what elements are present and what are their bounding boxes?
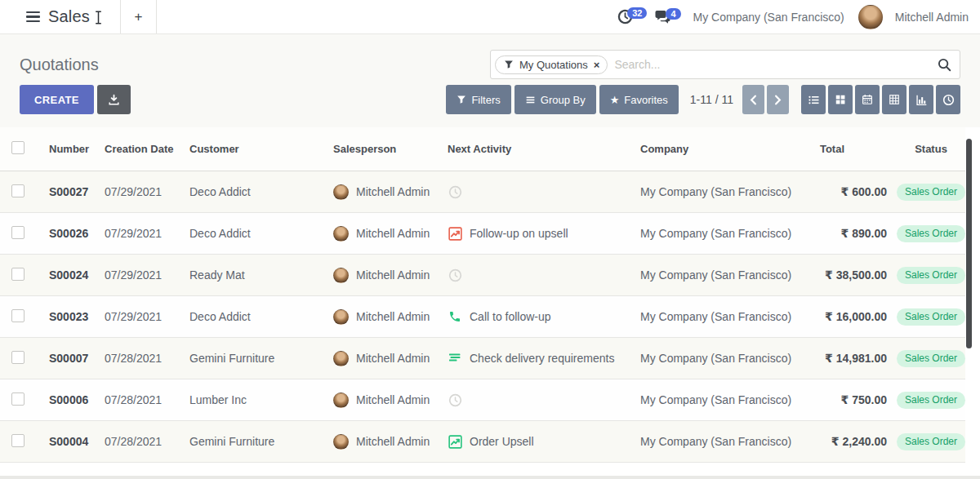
salesperson-avatar [333, 268, 349, 283]
table-row[interactable]: S00004 07/28/2021 Gemini Furniture Mitch… [0, 421, 965, 463]
company-name: My Company (San Francisco) [640, 435, 808, 448]
salesperson-name: Mitchell Admin [356, 310, 430, 323]
facet-remove-icon[interactable]: × [594, 60, 600, 70]
app-name[interactable]: Sales [48, 7, 90, 26]
pivot-view-icon[interactable] [882, 85, 906, 114]
phone-icon[interactable] [448, 310, 462, 323]
group-by-button[interactable]: Group By [514, 85, 596, 114]
creation-date: 07/29/2021 [105, 227, 189, 240]
table-row[interactable]: S00023 07/29/2021 Deco Addict Mitchell A… [0, 296, 965, 338]
table-row[interactable]: S00006 07/28/2021 Lumber Inc Mitchell Ad… [0, 379, 965, 421]
activity-view-icon[interactable] [936, 85, 960, 114]
next-activity-cell [448, 393, 640, 407]
next-activity-cell [448, 185, 640, 199]
activities-tray-button[interactable]: 32 [617, 9, 647, 24]
status-badge: Sales Order [897, 433, 965, 450]
salesperson-avatar [333, 226, 349, 242]
app-menu-tab[interactable]: Sales [0, 0, 120, 33]
download-icon [108, 94, 120, 106]
page-title: Quotations [20, 55, 99, 74]
pager-next-button[interactable] [767, 85, 789, 114]
customer-name: Lumber Inc [189, 393, 333, 406]
total-amount: ₹ 2,240.00 [808, 435, 892, 448]
chevron-left-icon [749, 95, 758, 105]
kanban-view-icon[interactable] [828, 85, 853, 114]
next-activity-cell: Follow-up on upsell [448, 227, 640, 241]
customer-name: Gemini Furniture [189, 435, 333, 448]
next-activity-label: Order Upsell [470, 435, 534, 448]
create-button[interactable]: CREATE [20, 85, 94, 114]
total-amount: ₹ 38,500.00 [808, 268, 892, 282]
pager-range[interactable]: 1-11 / 11 [690, 93, 733, 106]
row-checkbox[interactable] [11, 434, 24, 447]
row-checkbox[interactable] [11, 309, 24, 322]
company-name: My Company (San Francisco) [640, 393, 808, 406]
group-by-icon [525, 95, 536, 105]
star-icon: ★ [610, 94, 620, 106]
salesperson-name: Mitchell Admin [356, 268, 430, 282]
user-menu[interactable]: Mitchell Admin [895, 11, 969, 24]
salesperson-cell: Mitchell Admin [333, 351, 448, 366]
table-header-row: Number Creation Date Customer Salesperso… [0, 127, 965, 171]
search-input[interactable] [614, 58, 931, 71]
filters-button[interactable]: Filters [446, 85, 510, 114]
row-checkbox[interactable] [11, 226, 24, 239]
company-switcher[interactable]: My Company (San Francisco) [693, 11, 844, 24]
filter-funnel-icon [457, 95, 466, 104]
hamburger-menu-icon[interactable] [26, 11, 40, 22]
salesperson-name: Mitchell Admin [356, 352, 430, 365]
calendar-view-icon[interactable] [855, 85, 880, 114]
pager-previous-button[interactable] [742, 85, 764, 114]
graph-view-icon[interactable] [909, 85, 933, 114]
table-row[interactable]: S00007 07/28/2021 Gemini Furniture Mitch… [0, 338, 965, 379]
new-tab-button[interactable]: + [120, 0, 157, 33]
column-header-creation-date[interactable]: Creation Date [105, 143, 189, 155]
company-name: My Company (San Francisco) [640, 268, 808, 282]
chart-red-icon[interactable] [448, 227, 462, 241]
column-header-status[interactable]: Status [892, 143, 970, 155]
company-name: My Company (San Francisco) [640, 352, 808, 365]
row-checkbox[interactable] [11, 184, 24, 197]
export-button[interactable] [97, 85, 131, 114]
search-icon[interactable] [938, 58, 951, 72]
column-header-salesperson[interactable]: Salesperson [333, 143, 448, 155]
row-checkbox[interactable] [11, 268, 24, 281]
search-facet-label: My Quotations [519, 59, 588, 71]
quotation-number: S00026 [49, 227, 105, 240]
column-header-company[interactable]: Company [640, 143, 808, 155]
column-header-next-activity[interactable]: Next Activity [448, 143, 640, 155]
table-row[interactable]: S00024 07/29/2021 Ready Mat Mitchell Adm… [0, 255, 965, 296]
total-amount: ₹ 16,000.00 [808, 310, 892, 323]
tasks-icon[interactable] [448, 352, 462, 365]
column-header-number[interactable]: Number [49, 143, 105, 155]
creation-date: 07/29/2021 [105, 310, 189, 323]
table-row[interactable]: S00027 07/29/2021 Deco Addict Mitchell A… [0, 171, 965, 213]
chart-green-icon[interactable] [448, 435, 462, 449]
row-checkbox[interactable] [11, 393, 24, 406]
messages-tray-button[interactable]: 4 [654, 10, 680, 24]
column-header-total[interactable]: Total [808, 143, 892, 155]
select-all-checkbox[interactable] [11, 141, 24, 154]
top-navbar: Sales + 32 4 My Company (San Francisco) … [0, 0, 980, 34]
customer-name: Gemini Furniture [189, 352, 333, 365]
customer-name: Ready Mat [189, 268, 333, 282]
clock-icon[interactable] [448, 393, 462, 407]
table-row[interactable]: S00026 07/29/2021 Deco Addict Mitchell A… [0, 213, 965, 255]
clock-icon[interactable] [448, 268, 462, 282]
column-header-customer[interactable]: Customer [189, 143, 333, 155]
row-checkbox[interactable] [11, 351, 24, 364]
user-avatar[interactable] [858, 5, 883, 29]
creation-date: 07/29/2021 [105, 268, 189, 282]
favorites-button[interactable]: ★ Favorites [599, 85, 679, 114]
total-amount: ₹ 14,981.00 [808, 352, 892, 365]
salesperson-cell: Mitchell Admin [333, 434, 448, 450]
quotation-number: S00024 [49, 268, 105, 282]
table-body: S00027 07/29/2021 Deco Addict Mitchell A… [0, 171, 980, 463]
salesperson-name: Mitchell Admin [356, 185, 430, 198]
filter-funnel-icon [504, 60, 514, 69]
list-view-icon[interactable] [801, 85, 826, 114]
vertical-scrollbar[interactable] [966, 139, 972, 348]
salesperson-name: Mitchell Admin [356, 393, 430, 406]
clock-icon[interactable] [448, 185, 462, 199]
message-count-badge: 4 [666, 8, 680, 20]
